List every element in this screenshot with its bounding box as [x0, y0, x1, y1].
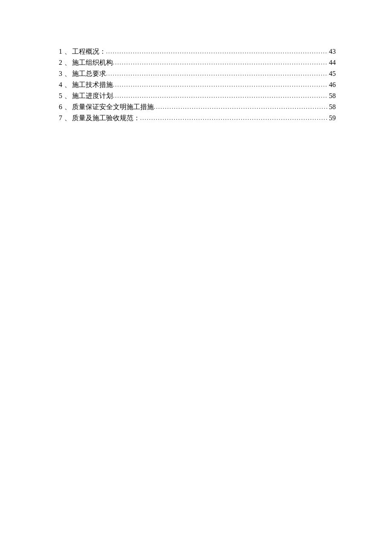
toc-page-number: 58 — [328, 101, 336, 112]
toc-number: 4 — [59, 79, 62, 90]
toc-leader-dots — [113, 57, 328, 68]
toc-title: 质量及施工验收规范： — [72, 113, 140, 123]
toc-page-number: 44 — [328, 57, 336, 68]
toc-entry: 4 、 施工技术措施 46 — [59, 79, 336, 90]
toc-number: 3 — [59, 68, 62, 79]
table-of-contents: 1 、 工程概况： 43 2 、 施工组织机构 44 3 、 施工总要求 45 … — [59, 46, 336, 124]
toc-number: 7 — [59, 113, 62, 123]
toc-separator: 、 — [64, 68, 71, 79]
toc-title: 质量保证安全文明施工措施 — [72, 101, 154, 112]
toc-separator: 、 — [64, 90, 71, 101]
toc-entry: 5 、 施工进度计划 58 — [59, 90, 336, 101]
toc-number: 6 — [59, 101, 62, 112]
toc-title: 施工技术措施 — [72, 79, 113, 90]
toc-entry: 2 、 施工组织机构 44 — [59, 57, 336, 68]
toc-entry: 1 、 工程概况： 43 — [59, 46, 336, 57]
toc-leader-dots — [140, 113, 328, 123]
toc-page-number: 45 — [328, 68, 336, 79]
toc-separator: 、 — [64, 79, 71, 90]
toc-separator: 、 — [64, 57, 71, 68]
toc-page-number: 58 — [328, 90, 336, 101]
toc-separator: 、 — [64, 101, 71, 112]
toc-number: 2 — [59, 57, 62, 68]
toc-title: 施工组织机构 — [72, 57, 113, 68]
toc-leader-dots — [113, 90, 328, 101]
toc-separator: 、 — [64, 113, 71, 123]
toc-entry: 6 、 质量保证安全文明施工措施 58 — [59, 101, 336, 113]
toc-number: 1 — [59, 46, 62, 57]
toc-leader-dots — [106, 68, 328, 79]
toc-entry: 3 、 施工总要求 45 — [59, 68, 336, 79]
toc-number: 5 — [59, 90, 62, 101]
toc-leader-dots — [106, 46, 328, 57]
toc-title: 工程概况： — [72, 46, 106, 57]
toc-separator: 、 — [64, 46, 71, 57]
toc-page-number: 46 — [328, 79, 336, 90]
toc-page-number: 59 — [328, 113, 336, 123]
toc-leader-dots — [154, 101, 328, 112]
toc-title: 施工总要求 — [72, 68, 106, 79]
toc-page-number: 43 — [328, 46, 336, 57]
toc-title: 施工进度计划 — [72, 90, 113, 101]
toc-leader-dots — [113, 79, 328, 90]
toc-entry: 7 、 质量及施工验收规范： 59 — [59, 113, 336, 124]
